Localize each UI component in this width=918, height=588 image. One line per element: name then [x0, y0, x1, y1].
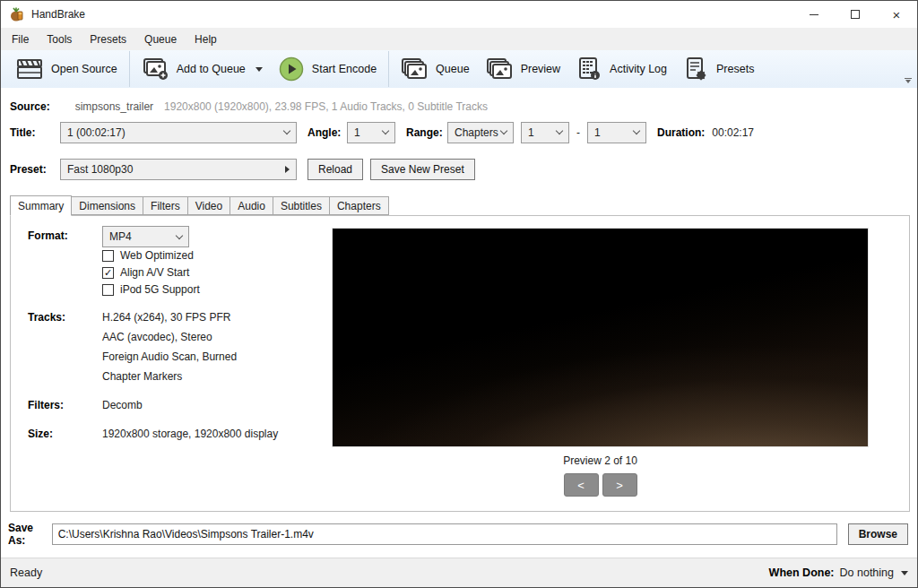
maximize-button[interactable]	[835, 1, 876, 28]
open-source-label: Open Source	[51, 63, 117, 75]
angle-label: Angle:	[307, 126, 347, 139]
tab-subtitles[interactable]: Subtitles	[273, 196, 330, 215]
reload-button[interactable]: Reload	[307, 159, 363, 180]
preset-row: Preset: Fast 1080p30 Reload Save New Pre…	[10, 158, 908, 180]
start-encode-play-icon	[279, 56, 304, 82]
menu-queue[interactable]: Queue	[135, 30, 186, 49]
save-as-label: Save As:	[8, 522, 41, 547]
web-optimized-checkbox[interactable]: ✓ Web Optimized	[102, 249, 194, 262]
chevron-down-icon	[283, 127, 290, 134]
toolbar: Open Source Add to Queue Start Encode	[1, 50, 917, 88]
size-value: 1920x800 storage, 1920x800 display	[102, 428, 278, 440]
presets-label: Presets	[716, 63, 754, 75]
chevron-down-icon	[633, 127, 640, 134]
overflow-icon	[905, 78, 912, 79]
menu-bar: File Tools Presets Queue Help	[1, 28, 917, 50]
title-label: Title:	[10, 126, 60, 139]
close-button[interactable]: ×	[876, 1, 917, 28]
close-icon: ×	[893, 8, 901, 22]
activity-log-button[interactable]: Activity Log	[568, 53, 675, 85]
source-name: simpsons_trailer	[75, 100, 153, 113]
when-done-value: Do nothing	[840, 566, 894, 579]
tab-bar: Summary Dimensions Filters Video Audio S…	[10, 195, 389, 215]
preview-icon	[486, 57, 513, 81]
format-select[interactable]: MP4	[102, 226, 189, 247]
status-bar: Ready When Done: Do nothing	[1, 558, 917, 587]
checkbox-icon: ✓	[102, 250, 114, 262]
browse-button[interactable]: Browse	[848, 523, 908, 545]
start-encode-button[interactable]: Start Encode	[271, 53, 385, 85]
when-done-dropdown[interactable]: When Done: Do nothing	[769, 566, 908, 579]
menu-presets[interactable]: Presets	[81, 30, 135, 49]
start-encode-label: Start Encode	[312, 63, 377, 75]
range-type-select[interactable]: Chapters	[447, 122, 514, 143]
track-line: Foreign Audio Scan, Burned	[102, 350, 237, 363]
format-label: Format:	[28, 229, 68, 242]
range-end-select[interactable]: 1	[587, 122, 646, 143]
duration-value: 00:02:17	[712, 126, 754, 139]
queue-label: Queue	[436, 63, 470, 75]
add-to-queue-button[interactable]: Add to Queue	[134, 54, 271, 84]
menu-file[interactable]: File	[3, 30, 38, 49]
duration-label: Duration:	[657, 126, 705, 139]
range-start-select[interactable]: 1	[521, 122, 569, 143]
open-source-button[interactable]: Open Source	[8, 54, 126, 84]
queue-button[interactable]: Queue	[393, 54, 478, 84]
checkbox-icon: ✓	[102, 284, 114, 296]
track-line: H.264 (x264), 30 FPS PFR	[102, 311, 230, 324]
save-as-row: Save As: Browse	[8, 523, 908, 545]
preset-select[interactable]: Fast 1080p30	[60, 159, 297, 180]
range-separator: -	[576, 126, 580, 139]
handbrake-logo-icon	[9, 6, 25, 22]
title-bar: HandBrake ×	[1, 1, 917, 28]
chevron-down-icon	[556, 127, 563, 134]
chevron-down-icon	[382, 127, 389, 134]
handbrake-window: HandBrake × File Tools Presets Queue Hel…	[0, 0, 918, 588]
save-new-preset-button[interactable]: Save New Preset	[370, 159, 475, 180]
save-as-input[interactable]	[52, 523, 837, 545]
preset-label: Preset:	[10, 163, 60, 176]
preview-prev-button[interactable]: <	[564, 473, 599, 497]
tracks-label: Tracks:	[28, 311, 65, 324]
preview-nav: < >	[333, 473, 868, 497]
title-row: Title: 1 (00:02:17) Angle: 1 Range: Chap…	[10, 121, 908, 143]
tab-dimensions[interactable]: Dimensions	[72, 196, 143, 215]
tab-chapters[interactable]: Chapters	[330, 196, 389, 215]
chevron-down-icon	[176, 231, 183, 238]
activity-log-label: Activity Log	[610, 63, 667, 75]
align-av-start-checkbox[interactable]: ✓ Align A/V Start	[102, 266, 189, 279]
angle-select[interactable]: 1	[347, 122, 395, 143]
ipod-5g-support-checkbox[interactable]: ✓ iPod 5G Support	[102, 283, 200, 296]
status-text: Ready	[10, 566, 42, 579]
chevron-right-icon	[285, 166, 290, 173]
preview-image	[333, 229, 868, 446]
presets-button[interactable]: Presets	[675, 53, 762, 85]
tab-audio[interactable]: Audio	[230, 196, 273, 215]
checkbox-checked-icon: ✓	[102, 267, 114, 279]
toolbar-separator	[388, 51, 389, 87]
menu-help[interactable]: Help	[186, 30, 226, 49]
add-to-queue-label: Add to Queue	[177, 63, 246, 75]
title-select[interactable]: 1 (00:02:17)	[60, 122, 297, 143]
preview-button[interactable]: Preview	[478, 54, 568, 84]
toolbar-separator	[129, 51, 130, 87]
tab-summary[interactable]: Summary	[10, 195, 72, 216]
track-line: AAC (avcodec), Stereo	[102, 331, 212, 343]
tab-filters[interactable]: Filters	[143, 196, 188, 215]
chevron-down-icon	[255, 67, 263, 72]
chevron-down-icon	[901, 571, 908, 575]
add-to-queue-icon	[142, 57, 169, 81]
minimize-button[interactable]	[793, 1, 835, 28]
tab-video[interactable]: Video	[188, 196, 230, 215]
menu-tools[interactable]: Tools	[38, 30, 81, 49]
activity-log-icon	[576, 56, 602, 82]
film-clapper-icon	[16, 57, 43, 81]
toolbar-overflow-button[interactable]	[904, 78, 913, 83]
queue-icon	[401, 57, 428, 81]
track-line: Chapter Markers	[102, 370, 182, 383]
presets-icon	[683, 56, 708, 82]
filters-label: Filters:	[28, 399, 64, 411]
window-title: HandBrake	[31, 8, 85, 21]
range-label: Range:	[406, 126, 447, 139]
preview-next-button[interactable]: >	[602, 473, 637, 497]
